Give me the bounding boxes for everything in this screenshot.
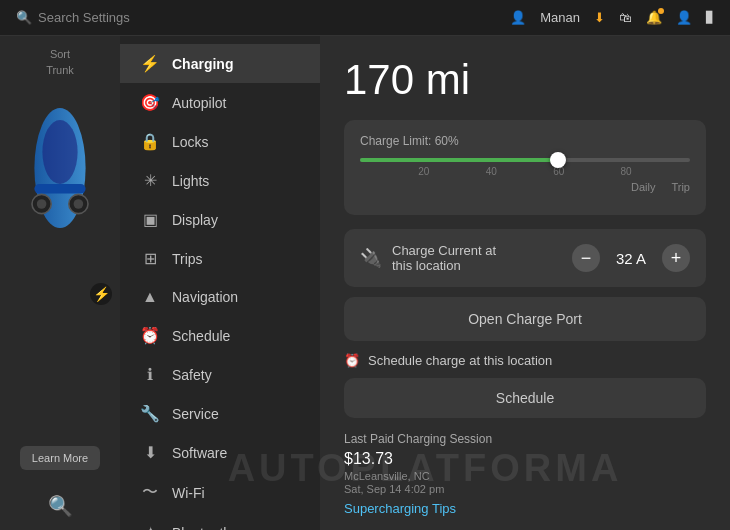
charge-current-controls: − 32 A + — [572, 244, 690, 272]
sidebar-label-lights: Lights — [172, 173, 209, 189]
sidebar-label-trips: Trips — [172, 251, 203, 267]
sidebar-label-safety: Safety — [172, 367, 212, 383]
sidebar: ⚡ Charging 🎯 Autopilot 🔒 Locks ✳ Lights … — [120, 36, 320, 530]
bag-icon: 🛍 — [619, 10, 632, 25]
slider-thumb[interactable] — [550, 152, 566, 168]
sidebar-label-display: Display — [172, 212, 218, 228]
sidebar-item-software[interactable]: ⬇ Software — [120, 433, 320, 472]
last-session-label: Last Paid Charging Session — [344, 432, 706, 446]
schedule-clock-icon: ⏰ — [344, 353, 360, 368]
user-icon: 👤 — [510, 10, 526, 25]
sidebar-item-safety[interactable]: ℹ Safety — [120, 355, 320, 394]
svg-rect-2 — [34, 184, 85, 194]
session-amount: $13.73 — [344, 450, 706, 468]
sidebar-item-navigation[interactable]: ▲ Navigation — [120, 278, 320, 316]
sidebar-item-schedule[interactable]: ⏰ Schedule — [120, 316, 320, 355]
main-content: 170 mi Charge Limit: 60% 20 40 60 80 — [320, 36, 730, 530]
search-placeholder: Search Settings — [38, 10, 130, 25]
search-icon: 🔍 — [16, 10, 32, 25]
sidebar-item-lights[interactable]: ✳ Lights — [120, 161, 320, 200]
charge-current-row: 🔌 Charge Current at this location − 32 A… — [344, 229, 706, 287]
bluetooth-icon: ✦ — [140, 523, 160, 530]
svg-point-1 — [42, 120, 77, 184]
sidebar-item-bluetooth[interactable]: ✦ Bluetooth — [120, 513, 320, 530]
sidebar-label-schedule: Schedule — [172, 328, 230, 344]
service-icon: 🔧 — [140, 404, 160, 423]
download-icon: ⬇ — [594, 10, 605, 25]
slider-track — [360, 158, 690, 162]
charge-limit-label: Charge Limit: 60% — [360, 134, 690, 148]
top-bar: 🔍 Search Settings 👤 Manan ⬇ 🛍 🔔 👤 ▊ — [0, 0, 730, 36]
notification-icon[interactable]: 🔔 — [646, 10, 662, 25]
supercharging-tips-link[interactable]: Supercharging Tips — [344, 501, 706, 516]
charging-badge: ⚡ — [90, 283, 112, 305]
charge-current-left: 🔌 Charge Current at this location — [360, 243, 496, 273]
wifi-icon: 〜 — [140, 482, 160, 503]
slider-labels: Daily Trip — [360, 181, 690, 193]
main-layout: Sort Trunk ⚡ Learn More 🔍 ⚡ — [0, 36, 730, 530]
sidebar-item-wifi[interactable]: 〜 Wi-Fi — [120, 472, 320, 513]
sidebar-item-display[interactable]: ▣ Display — [120, 200, 320, 239]
lights-icon: ✳ — [140, 171, 160, 190]
car-label-trunk: Trunk — [46, 64, 74, 76]
sidebar-label-navigation: Navigation — [172, 289, 238, 305]
svg-point-6 — [74, 199, 84, 209]
trips-icon: ⊞ — [140, 249, 160, 268]
locks-icon: 🔒 — [140, 132, 160, 151]
profile-icon: 👤 — [676, 10, 692, 25]
slider-ticks: 20 40 60 80 — [360, 166, 690, 177]
search-bottom-icon[interactable]: 🔍 — [48, 494, 73, 518]
sidebar-label-bluetooth: Bluetooth — [172, 525, 231, 531]
open-charge-port-button[interactable]: Open Charge Port — [344, 297, 706, 341]
session-date: Sat, Sep 14 4:02 pm — [344, 483, 706, 495]
charge-slider-container[interactable]: 20 40 60 80 Daily Trip — [360, 158, 690, 193]
svg-point-4 — [37, 199, 47, 209]
safety-icon: ℹ — [140, 365, 160, 384]
car-image — [15, 88, 105, 248]
sidebar-label-wifi: Wi-Fi — [172, 485, 205, 501]
sidebar-item-trips[interactable]: ⊞ Trips — [120, 239, 320, 278]
charging-icon: ⚡ — [140, 54, 160, 73]
schedule-icon: ⏰ — [140, 326, 160, 345]
range-display: 170 mi — [344, 56, 706, 104]
increase-current-button[interactable]: + — [662, 244, 690, 272]
display-icon: ▣ — [140, 210, 160, 229]
schedule-button[interactable]: Schedule — [344, 378, 706, 418]
user-area: 👤 Manan ⬇ 🛍 🔔 👤 ▊ — [510, 10, 714, 25]
sidebar-label-service: Service — [172, 406, 219, 422]
charge-limit-card: Charge Limit: 60% 20 40 60 80 Daily Trip — [344, 120, 706, 215]
autopilot-icon: 🎯 — [140, 93, 160, 112]
decrease-current-button[interactable]: − — [572, 244, 600, 272]
session-location: McLeansville, NC — [344, 470, 706, 482]
car-panel: Sort Trunk ⚡ Learn More 🔍 — [0, 36, 120, 530]
sidebar-label-autopilot: Autopilot — [172, 95, 226, 111]
charge-current-label: Charge Current at this location — [392, 243, 496, 273]
sidebar-label-software: Software — [172, 445, 227, 461]
trip-label: Trip — [671, 181, 690, 193]
user-name: Manan — [540, 10, 580, 25]
slider-fill — [360, 158, 558, 162]
signal-icon: ▊ — [706, 11, 714, 24]
sidebar-item-autopilot[interactable]: 🎯 Autopilot — [120, 83, 320, 122]
search-area[interactable]: 🔍 Search Settings — [16, 10, 130, 25]
learn-more-button[interactable]: Learn More — [20, 446, 100, 470]
plug-icon: 🔌 — [360, 247, 382, 269]
schedule-section-label: ⏰ Schedule charge at this location — [344, 353, 706, 368]
sidebar-item-service[interactable]: 🔧 Service — [120, 394, 320, 433]
sidebar-item-charging[interactable]: ⚡ Charging — [120, 44, 320, 83]
sidebar-item-locks[interactable]: 🔒 Locks — [120, 122, 320, 161]
sidebar-label-charging: Charging — [172, 56, 233, 72]
sidebar-label-locks: Locks — [172, 134, 209, 150]
daily-label: Daily — [631, 181, 655, 193]
software-icon: ⬇ — [140, 443, 160, 462]
navigation-icon: ▲ — [140, 288, 160, 306]
charge-current-value: 32 A — [616, 250, 646, 267]
car-label-sort: Sort — [50, 48, 70, 60]
